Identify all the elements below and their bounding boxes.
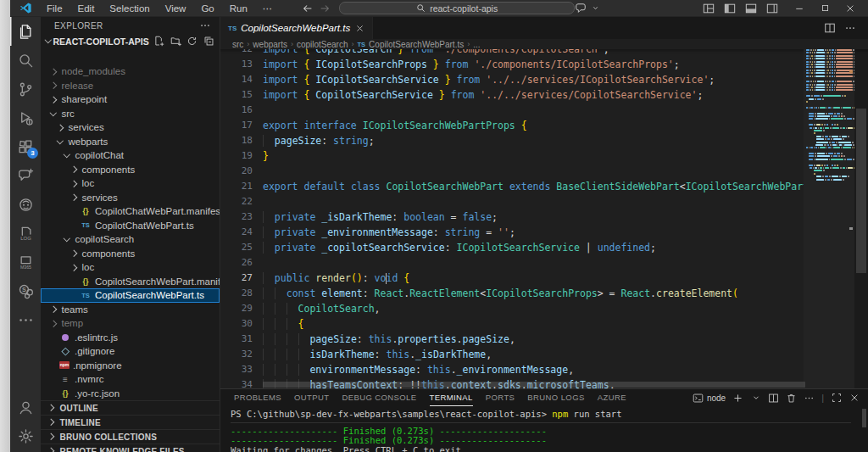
tree-item-copilotchatwebpart-ts[interactable]: TSCopilotChatWebPart.ts — [41, 219, 220, 233]
breadcrumb-item[interactable]: src — [232, 40, 243, 49]
toggle-panel-icon[interactable] — [745, 3, 757, 14]
tree-item-services[interactable]: services — [41, 120, 220, 135]
activity-item-more[interactable] — [10, 305, 41, 334]
activity-item-settings[interactable] — [10, 421, 41, 450]
terminal-profile-label[interactable]: node — [707, 393, 726, 403]
split-terminal-icon[interactable] — [768, 393, 779, 404]
window-maximize-button[interactable] — [814, 0, 836, 17]
tree-item-node-modules[interactable]: node_modules — [41, 64, 220, 79]
collapse-all-icon[interactable] — [203, 36, 215, 47]
new-file-icon[interactable] — [153, 36, 165, 47]
activity-item-explorer[interactable] — [10, 17, 41, 46]
panel-tab-azure[interactable]: AZURE — [598, 389, 626, 406]
activity-item-m365[interactable]: M365 — [10, 248, 41, 276]
tree-item-copilotchat[interactable]: copilotChat — [41, 148, 220, 163]
nav-back-icon[interactable] — [302, 3, 314, 14]
tab-close-icon[interactable] — [354, 23, 364, 33]
section-remote-knowledge-files[interactable]: REMOTE KNOWLEDGE FILES — [41, 444, 220, 452]
tree-item-label: .eslintrc.js — [75, 332, 118, 343]
menu-edit[interactable]: Edit — [70, 0, 103, 17]
terminal-profile-dropdown-icon[interactable] — [750, 393, 761, 404]
tree-item-src[interactable]: src — [41, 107, 220, 121]
tree-item-teams[interactable]: teams — [41, 303, 220, 317]
tree-item-copilotsearch[interactable]: copilotSearch — [41, 232, 220, 247]
breadcrumb[interactable]: src›webparts›copilotSearch›TSCopilotSear… — [220, 39, 868, 49]
breadcrumb-item[interactable]: copilotSearch — [297, 40, 348, 49]
menu-more[interactable]: ⋯ — [255, 0, 281, 17]
tree-item-components[interactable]: components — [41, 247, 220, 261]
tree-item-release[interactable]: release — [41, 79, 220, 93]
breadcrumb-item[interactable]: ... — [473, 40, 480, 49]
split-editor-icon[interactable] — [824, 22, 836, 34]
editor-more-actions-icon[interactable] — [844, 22, 856, 34]
activity-item-extensions[interactable]: 3 — [10, 132, 41, 161]
tree-item-copilotsearchwebpart-manifest-json[interactable]: {}CopilotSearchWebPart.manifest.json — [41, 275, 220, 289]
tab-copilotsearchwebpart[interactable]: TS CopilotSearchWebPart.ts — [220, 17, 373, 39]
tree-item--gitignore[interactable]: .gitignore — [41, 344, 220, 359]
menu-go[interactable]: Go — [193, 0, 221, 17]
menu-file[interactable]: File — [39, 0, 70, 17]
tree-item-loc[interactable]: loc — [41, 176, 220, 191]
tree-item-copilotchatwebpart-manifest-json[interactable]: {}CopilotChatWebPart.manifest.json — [41, 204, 220, 219]
menu-run[interactable]: Run — [222, 0, 255, 17]
tree-item--eslintrc-js[interactable]: .eslintrc.js — [41, 331, 220, 345]
copilot-chat-button[interactable] — [575, 3, 601, 14]
kill-terminal-icon[interactable] — [786, 393, 797, 404]
activity-item-chat[interactable] — [10, 161, 41, 190]
activity-item-search[interactable] — [10, 46, 41, 75]
terminal-output[interactable]: PS C:\github\sp-dev-fx-webparts\samples\… — [231, 410, 851, 452]
menu-selection[interactable]: Selection — [102, 0, 157, 17]
new-folder-icon[interactable] — [170, 36, 182, 47]
toggle-primary-sidebar-icon[interactable] — [724, 3, 736, 14]
minimap[interactable] — [804, 49, 854, 388]
tree-item-services[interactable]: services — [41, 191, 220, 205]
editor-horizontal-scrollbar[interactable] — [263, 382, 805, 388]
section-bruno-collections[interactable]: BRUNO COLLECTIONS — [41, 429, 220, 444]
panel-tab-output[interactable]: OUTPUT — [294, 389, 329, 406]
explorer-more-actions-icon[interactable] — [199, 20, 211, 31]
chevron-right-icon — [47, 448, 54, 452]
refresh-icon[interactable] — [186, 36, 198, 47]
command-center-search[interactable]: react-copilot-apis — [339, 2, 575, 14]
close-panel-icon[interactable] — [849, 393, 860, 404]
code-editor[interactable]: 12import { CopilotSearch } from './compo… — [220, 49, 868, 388]
customize-layout-icon[interactable] — [703, 3, 715, 14]
panel-tab-bruno-logs[interactable]: BRUNO LOGS — [527, 389, 584, 406]
terminal-more-actions-icon[interactable] — [804, 393, 815, 404]
panel-tab-problems[interactable]: PROBLEMS — [234, 389, 281, 406]
scrollbar-thumb[interactable] — [856, 109, 866, 273]
breadcrumb-item[interactable]: CopilotSearchWebPart.ts — [369, 40, 464, 49]
menu-view[interactable]: View — [158, 0, 194, 17]
activity-item-account[interactable] — [10, 393, 41, 421]
activity-item-sharepoint[interactable]: S — [10, 276, 41, 305]
editor-vertical-scrollbar[interactable] — [854, 49, 868, 388]
window-minimize-button[interactable] — [788, 0, 810, 17]
breadcrumb-item[interactable]: webparts — [253, 40, 287, 49]
tree-item-components[interactable]: components — [41, 163, 220, 177]
panel-tab-terminal[interactable]: TERMINAL — [430, 389, 473, 406]
tree-item-webparts[interactable]: webparts — [41, 135, 220, 149]
nav-forward-icon[interactable] — [319, 3, 331, 14]
activity-item-run-debug[interactable] — [10, 103, 41, 132]
project-root-header[interactable]: REACT-COPILOT-APIS — [41, 34, 220, 48]
activity-item-copilot[interactable] — [10, 190, 41, 219]
activity-item-viva-log[interactable]: LOG — [10, 219, 41, 248]
section-timeline[interactable]: TIMELINE — [41, 415, 220, 429]
tree-item--npmignore[interactable]: npm.npmignore — [41, 359, 220, 373]
window-close-button[interactable] — [839, 0, 861, 17]
activity-item-source-control[interactable] — [10, 75, 41, 103]
tree-item--yo-rc-json[interactable]: {}.yo-rc.json — [41, 387, 220, 401]
code-line-27: 27 public render(): void { — [220, 271, 804, 286]
toggle-secondary-sidebar-icon[interactable] — [766, 3, 778, 14]
tree-item-sharepoint[interactable]: sharepoint — [41, 92, 220, 107]
tree-item--nvmrc[interactable]: ≡.nvmrc — [41, 372, 220, 387]
maximize-panel-icon[interactable] — [831, 393, 842, 404]
panel-tab-ports[interactable]: PORTS — [486, 389, 515, 406]
new-terminal-icon[interactable] — [732, 393, 743, 404]
section-outline[interactable]: OUTLINE — [41, 400, 220, 415]
panel-tab-debug-console[interactable]: DEBUG CONSOLE — [342, 389, 416, 406]
tree-item-copilotsearchwebpart-ts[interactable]: TSCopilotSearchWebPart.ts — [41, 288, 220, 303]
tree-item-temp[interactable]: temp — [41, 316, 220, 331]
tree-item-loc[interactable]: loc — [41, 260, 220, 275]
terminal-scrollbar[interactable] — [862, 409, 866, 427]
